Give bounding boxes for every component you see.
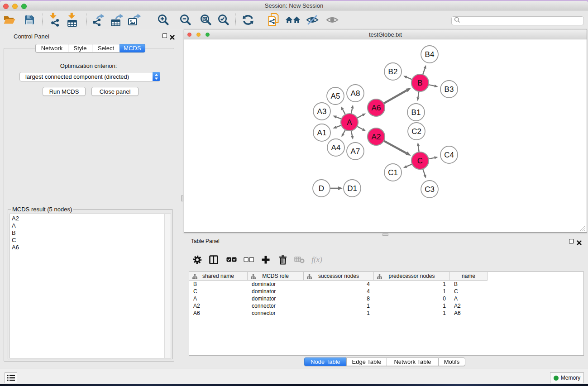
graph-node-A1[interactable]: A1 [313,124,330,141]
close-panel-button[interactable]: Close panel [91,87,139,96]
table-row[interactable]: Cdominator41C [189,288,583,295]
delete-column-button[interactable] [276,254,290,266]
split-columns-button[interactable] [207,254,220,266]
tab-network-table[interactable]: Network Table [387,357,438,366]
search-input[interactable] [460,18,583,24]
graph-edge-B-B4[interactable] [423,65,426,75]
export-table-button[interactable] [109,12,125,28]
open-file-button[interactable] [1,12,18,28]
graph-edge-C-C2[interactable] [417,143,420,152]
tab-motifs[interactable]: Motifs [438,357,465,366]
column-header-successor-nodes[interactable]: successor nodes [304,272,374,280]
tab-select[interactable]: Select [92,44,120,52]
graph-edge-C-C1[interactable] [403,164,413,168]
import-table-button[interactable] [64,12,81,28]
graph-node-A4[interactable]: A4 [327,139,344,156]
graph-edge-A6-B[interactable] [383,88,411,104]
float-panel-icon[interactable] [163,33,167,38]
result-list-item[interactable]: A6 [10,244,171,251]
network-canvas[interactable]: B4B2BB3B1A5A8A6A3AA1A2C2A4A7C4CC1C3DD1 [184,39,587,232]
graph-edge-A2-C[interactable] [383,141,411,156]
graph-node-B4[interactable]: B4 [421,46,438,63]
column-header-predecessor-nodes[interactable]: predecessor nodes [374,272,450,280]
zoom-out-button[interactable] [177,12,194,28]
graph-node-A8[interactable]: A8 [347,85,364,102]
column-header-name[interactable]: name [450,272,488,280]
graph-edge-A-A1[interactable] [333,125,342,129]
clone-network-button[interactable] [265,12,282,28]
close-panel-icon[interactable] [170,33,175,42]
split-divider-handle-horizontal[interactable] [382,234,388,236]
search-field[interactable] [451,16,584,25]
hide-selected-button[interactable] [304,12,320,28]
graph-edge-A-A5[interactable] [341,106,345,115]
result-list-item[interactable]: B [10,229,171,237]
add-column-button[interactable] [259,254,272,266]
tab-mcds[interactable]: MCDS [120,44,145,52]
table-close-panel-icon[interactable] [577,239,582,247]
graph-node-B1[interactable]: B1 [407,104,425,121]
graph-edge-C-C4[interactable] [428,156,438,159]
network-graph[interactable]: B4B2BB3B1A5A8A6A3AA1A2C2A4A7C4CC1C3DD1 [184,39,587,232]
show-panels-button[interactable] [5,372,17,383]
graph-node-A3[interactable]: A3 [313,103,330,120]
export-network-button[interactable] [90,12,106,28]
tab-node-table[interactable]: Node Table [304,357,346,366]
zoom-in-button[interactable] [155,12,172,28]
graph-node-C2[interactable]: C2 [408,123,425,140]
graph-edge-A-A8[interactable] [351,105,354,114]
graph-node-C1[interactable]: C1 [384,164,402,181]
graph-edge-C-C3[interactable] [423,168,426,178]
graph-edge-B-B2[interactable] [403,76,412,80]
table-row[interactable]: A6connector11A6 [189,310,583,317]
mcds-result-list[interactable]: A2ABCA6 [10,214,171,358]
table-row[interactable]: A2connector11A2 [189,302,583,310]
window-titlebar[interactable]: Session: New Session [0,1,588,10]
graph-node-A2[interactable]: A2 [368,128,385,145]
graph-node-B2[interactable]: B2 [384,63,402,80]
graph-node-B3[interactable]: B3 [440,81,458,98]
result-list-item[interactable]: A [10,222,171,229]
graph-edge-D-D1[interactable] [330,186,343,190]
graph-node-B[interactable]: B [411,74,429,91]
graph-node-C[interactable]: C [411,152,429,169]
graph-edge-A-A6[interactable] [357,113,366,118]
graph-node-C4[interactable]: C4 [440,146,458,163]
graph-node-C3[interactable]: C3 [421,181,438,198]
zoom-selected-button[interactable] [215,12,232,28]
split-divider-handle-vertical[interactable] [181,195,183,201]
graph-edge-A-A4[interactable] [341,129,345,137]
graph-node-A[interactable]: A [341,114,358,131]
deselect-all-button[interactable] [242,254,255,266]
graph-edge-A-A3[interactable] [333,115,342,119]
graph-node-A6[interactable]: A6 [368,99,385,116]
memory-status-button[interactable]: Memory [550,372,584,383]
save-session-button[interactable] [21,12,38,28]
graph-node-D[interactable]: D [313,180,330,197]
graph-node-A7[interactable]: A7 [347,143,364,160]
graph-node-D1[interactable]: D1 [344,180,361,197]
graph-edge-A-A2[interactable] [357,126,366,131]
first-neighbors-button[interactable] [285,12,301,28]
table-row[interactable]: Bdominator41B [189,281,583,288]
graph-edge-B-B3[interactable] [428,85,438,87]
result-list-scrollbar[interactable] [164,214,171,358]
zoom-fit-button[interactable] [198,12,214,28]
import-network-button[interactable] [46,12,62,28]
export-image-button[interactable] [126,12,143,28]
table-row[interactable]: Adominator80A [189,295,583,302]
criterion-dropdown[interactable]: largest connected component (directed) [19,72,160,81]
result-list-item[interactable]: A2 [10,215,171,222]
select-all-button[interactable] [225,254,238,266]
tab-style[interactable]: Style [68,44,92,52]
refresh-button[interactable] [240,12,256,28]
result-list-item[interactable]: C [10,237,171,244]
show-all-button[interactable] [324,12,340,28]
run-mcds-button[interactable]: Run MCDS [43,87,86,96]
network-window-titlebar[interactable]: testGlobe.txt [184,29,587,39]
tab-network[interactable]: Network [35,44,68,52]
tab-edge-table[interactable]: Edge Table [346,357,387,366]
graph-edge-A-A7[interactable] [351,130,354,140]
graph-edge-B-B1[interactable] [416,91,419,101]
column-header-shared-name[interactable]: shared name [189,272,248,280]
